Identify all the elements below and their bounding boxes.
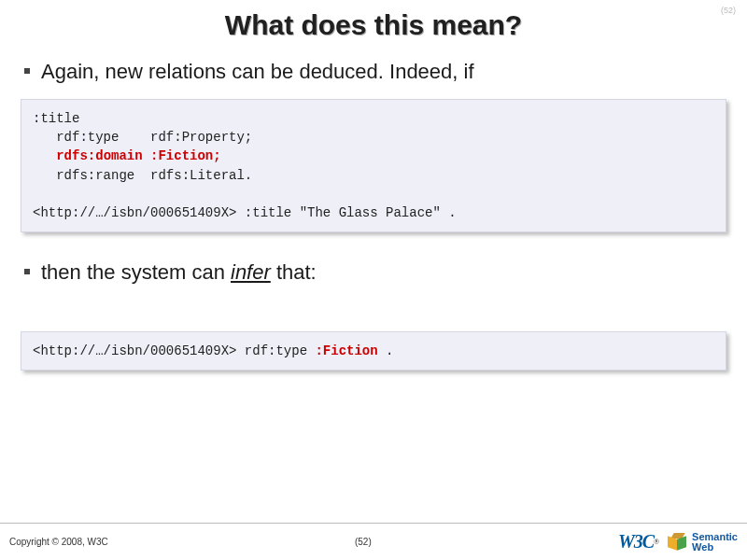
sw-text-top: Semantic bbox=[692, 532, 738, 542]
code-line: <http://…/isbn/000651409X> rdf:type bbox=[33, 343, 315, 358]
bullet-2: then the system can infer that: bbox=[24, 259, 723, 287]
cube-icon bbox=[668, 532, 688, 553]
bullet-marker-icon bbox=[24, 68, 30, 74]
code-line bbox=[33, 148, 56, 163]
sw-text-bottom: Web bbox=[692, 542, 738, 553]
footer-logos: W3C® Semantic Web bbox=[618, 531, 738, 553]
code-line: :title bbox=[33, 111, 79, 126]
code-block-2: <http://…/isbn/000651409X> rdf:type :Fic… bbox=[21, 331, 726, 371]
bullet-1: Again, new relations can be deduced. Ind… bbox=[24, 58, 723, 86]
bullet-marker-icon bbox=[24, 269, 30, 274]
code-line: rdf:type rdf:Property; bbox=[33, 130, 252, 145]
slide-title: What does this mean? bbox=[15, 9, 732, 41]
infer-word: infer bbox=[231, 260, 271, 284]
w3c-logo-icon: W3C® bbox=[618, 531, 658, 553]
code-highlight: :Fiction bbox=[315, 343, 377, 358]
code-line: <http://…/isbn/000651409X> :title "The G… bbox=[33, 205, 457, 220]
bullet-1-text: Again, new relations can be deduced. Ind… bbox=[41, 58, 474, 86]
bullet-2-prefix: then the system can bbox=[41, 260, 231, 284]
semantic-web-logo-icon: Semantic Web bbox=[668, 532, 738, 553]
code-line: rdfs:range rdfs:Literal. bbox=[33, 168, 252, 183]
page-number-top: (52) bbox=[721, 6, 736, 15]
bullet-2-text: then the system can infer that: bbox=[41, 259, 317, 287]
code-highlight: rdfs:domain :Fiction; bbox=[56, 148, 220, 163]
copyright-text: Copyright © 2008, W3C bbox=[9, 537, 108, 547]
footer: Copyright © 2008, W3C (52) W3C® Semantic… bbox=[0, 523, 747, 560]
footer-page-number: (52) bbox=[108, 537, 618, 547]
slide: (52) What does this mean? Again, new rel… bbox=[0, 0, 747, 560]
bullet-2-suffix: that: bbox=[271, 260, 317, 284]
code-block-1: :title rdf:type rdf:Property; rdfs:domai… bbox=[21, 99, 726, 233]
code-line: . bbox=[378, 343, 394, 358]
